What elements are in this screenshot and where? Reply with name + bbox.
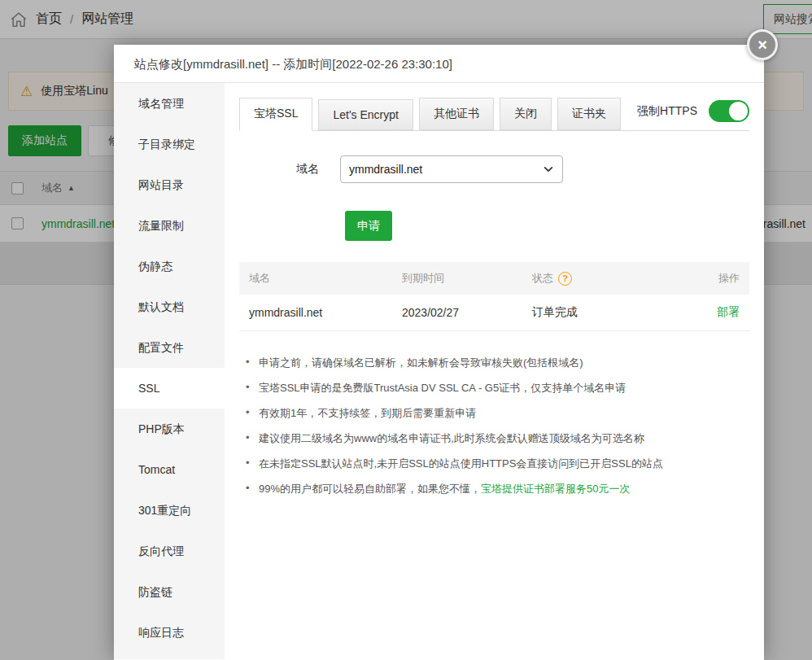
- sidebar-item-hotlink-protect[interactable]: 防盗链: [114, 571, 225, 612]
- sidebar-item-domain-manage[interactable]: 域名管理: [114, 83, 225, 124]
- sidebar-item-reverse-proxy[interactable]: 反向代理: [114, 531, 225, 571]
- note-item: 建议使用二级域名为www的域名申请证书,此时系统会默认赠送顶级域名为可选名称: [244, 431, 749, 446]
- note-item: 有效期1年，不支持续签，到期后需要重新申请: [244, 406, 749, 421]
- cert-status: 订单完成: [532, 305, 699, 320]
- deploy-service-link[interactable]: 宝塔提供证书部署服务50元一次: [481, 483, 630, 495]
- tab-other-cert[interactable]: 其他证书: [419, 98, 494, 130]
- modal-body: 域名管理 子目录绑定 网站目录 流量限制 伪静态 默认文档 配置文件 SSL P…: [114, 83, 764, 659]
- cert-header-action: 操作: [699, 271, 749, 286]
- apply-row: 申请: [345, 211, 749, 241]
- modal-title: 站点修改[ymmdrasill.net] -- 添加时间[2022-02-26 …: [114, 45, 764, 83]
- sidebar-item-subdir-bind[interactable]: 子目录绑定: [114, 124, 225, 164]
- help-icon[interactable]: ?: [558, 272, 572, 286]
- domain-select-value: ymmdrasill.net: [349, 163, 422, 176]
- sidebar-item-site-dir[interactable]: 网站目录: [114, 164, 225, 205]
- note-item: 宝塔SSL申请的是免费版TrustAsia DV SSL CA - G5证书，仅…: [244, 381, 749, 396]
- cert-table-header: 域名 到期时间 状态 ? 操作: [239, 262, 749, 295]
- cert-table: 域名 到期时间 状态 ? 操作 ymmdrasill.net 2023/02/2…: [239, 262, 749, 331]
- sidebar-item-301-redirect[interactable]: 301重定向: [114, 490, 225, 531]
- note-item-with-link: 99%的用户都可以轻易自助部署，如果您不懂，宝塔提供证书部署服务50元一次: [244, 482, 749, 496]
- domain-label: 域名: [296, 162, 319, 177]
- tab-baota-ssl[interactable]: 宝塔SSL: [239, 98, 312, 131]
- sidebar-item-config-file[interactable]: 配置文件: [114, 327, 225, 368]
- chevron-down-icon: [543, 164, 554, 175]
- note-text: 99%的用户都可以轻易自助部署，如果您不懂，: [259, 483, 481, 495]
- cert-header-domain: 域名: [239, 271, 402, 286]
- sidebar-item-traffic-limit[interactable]: 流量限制: [114, 205, 225, 246]
- apply-button[interactable]: 申请: [345, 211, 392, 241]
- tab-close-ssl[interactable]: 关闭: [500, 98, 552, 130]
- toggle-knob: [729, 102, 748, 120]
- tab-lets-encrypt[interactable]: Let's Encrypt: [318, 99, 413, 130]
- sidebar-item-tomcat[interactable]: Tomcat: [114, 449, 225, 490]
- ssl-notes-list: 申请之前，请确保域名已解析，如未解析会导致审核失败(包括根域名) 宝塔SSL申请…: [244, 356, 749, 496]
- cert-expires: 2023/02/27: [402, 306, 532, 319]
- note-item: 申请之前，请确保域名已解析，如未解析会导致审核失败(包括根域名): [244, 356, 749, 370]
- force-https-toggle[interactable]: [709, 100, 749, 122]
- sidebar-item-response-log[interactable]: 响应日志: [114, 612, 225, 653]
- site-edit-modal: × 站点修改[ymmdrasill.net] -- 添加时间[2022-02-2…: [114, 45, 764, 660]
- modal-sidebar: 域名管理 子目录绑定 网站目录 流量限制 伪静态 默认文档 配置文件 SSL P…: [114, 83, 225, 659]
- sidebar-item-php-version[interactable]: PHP版本: [114, 409, 225, 449]
- tab-cert-folder[interactable]: 证书夹: [557, 98, 621, 130]
- close-icon[interactable]: ×: [747, 29, 778, 60]
- sidebar-item-rewrite[interactable]: 伪静态: [114, 246, 225, 286]
- cert-header-status: 状态 ?: [532, 271, 699, 286]
- cert-domain: ymmdrasill.net: [239, 306, 402, 319]
- deploy-link[interactable]: 部署: [717, 305, 740, 318]
- ssl-tabs: 宝塔SSL Let's Encrypt 其他证书 关闭 证书夹 强制HTTPS: [239, 98, 749, 131]
- ssl-panel: 宝塔SSL Let's Encrypt 其他证书 关闭 证书夹 强制HTTPS …: [225, 83, 764, 659]
- note-item: 在未指定SSL默认站点时,未开启SSL的站点使用HTTPS会直接访问到已开启SS…: [244, 457, 749, 471]
- force-https-control: 强制HTTPS: [637, 100, 749, 130]
- domain-form-row: 域名 ymmdrasill.net: [296, 155, 749, 183]
- force-https-label: 强制HTTPS: [637, 104, 697, 119]
- sidebar-item-default-doc[interactable]: 默认文档: [114, 286, 225, 327]
- domain-select[interactable]: ymmdrasill.net: [340, 155, 563, 183]
- sidebar-item-ssl[interactable]: SSL: [114, 368, 225, 409]
- cert-header-expires: 到期时间: [402, 271, 532, 286]
- cert-table-row: ymmdrasill.net 2023/02/27 订单完成 部署: [239, 295, 749, 331]
